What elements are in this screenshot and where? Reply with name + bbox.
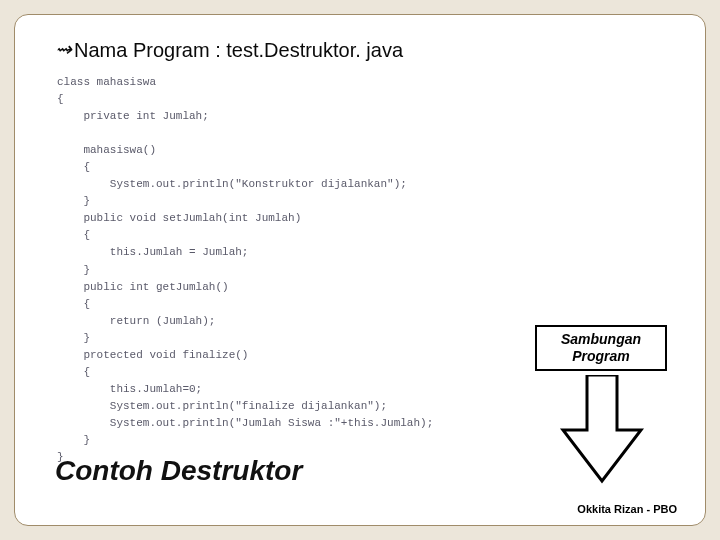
slide-title: Contoh Destruktor <box>55 455 302 487</box>
bullet-icon: ⇝ <box>55 37 72 61</box>
callout-line1: Sambungan <box>561 331 641 347</box>
arrow-down-icon <box>559 375 645 489</box>
footer-author: Okkita Rizan - PBO <box>577 503 677 515</box>
slide-frame: ⇝Nama Program : test.Destruktor. java cl… <box>14 14 706 526</box>
heading-line: ⇝Nama Program : test.Destruktor. java <box>55 37 675 62</box>
heading-text: Nama Program : test.Destruktor. java <box>74 39 403 61</box>
callout-line2: Program <box>572 348 630 364</box>
continuation-callout: Sambungan Program <box>535 325 667 371</box>
code-block: class mahasiswa { private int Jumlah; ma… <box>55 72 485 466</box>
